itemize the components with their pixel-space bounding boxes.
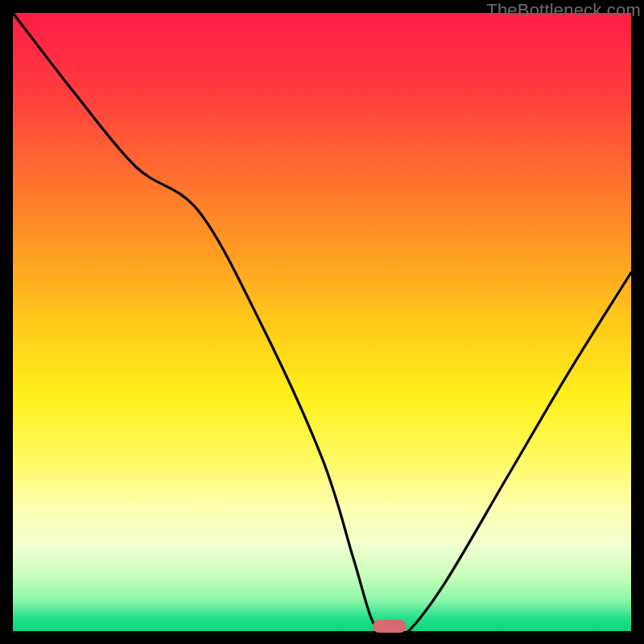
watermark-text: TheBottleneck.com <box>486 0 641 21</box>
optimal-marker <box>373 620 407 633</box>
plot-area <box>13 13 631 631</box>
chart-frame: TheBottleneck.com <box>0 0 644 644</box>
curve-layer <box>13 13 631 631</box>
bottleneck-curve-path <box>13 13 631 631</box>
